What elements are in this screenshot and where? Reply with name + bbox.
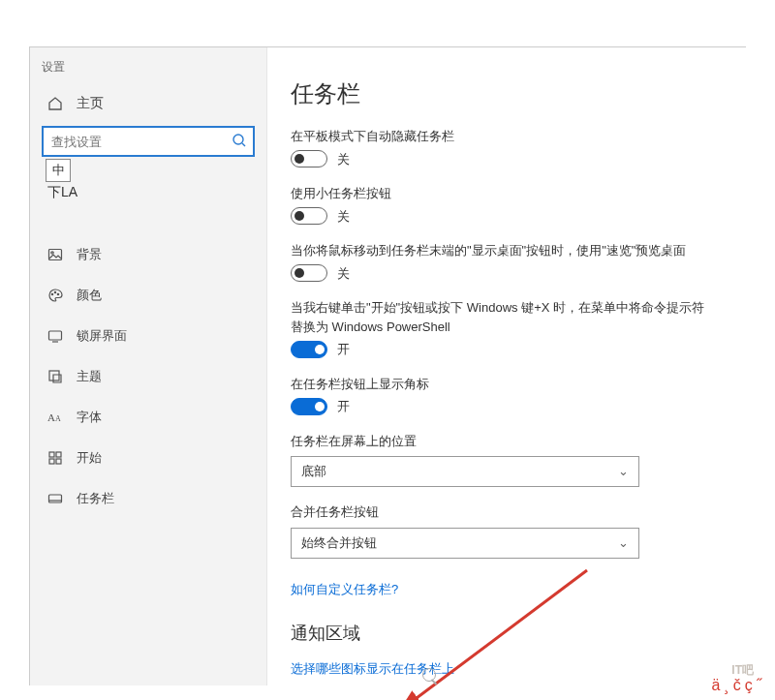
setting-small-buttons: 使用小任务栏按钮 关 [291,184,711,226]
sidebar-item-fonts[interactable]: AA 字体 [30,397,266,438]
svg-text:A: A [47,411,55,423]
sidebar-item-label: 字体 [77,409,102,426]
sidebar-section-trunc: 下LA [47,184,266,201]
palette-icon [47,288,63,303]
dropdown-position[interactable]: 底部 ⌄ [291,456,639,487]
svg-point-4 [54,291,55,292]
start-icon [47,450,63,466]
svg-rect-12 [49,459,54,464]
sidebar-item-themes[interactable]: 主题 [30,356,266,397]
setting-label: 使用小任务栏按钮 [291,184,711,203]
setting-position: 任务栏在屏幕上的位置 底部 ⌄ [291,432,711,488]
search-icon [232,133,247,148]
section-notification-area: 通知区域 [291,622,711,645]
cursor-icon [422,668,436,682]
toggle-state: 开 [337,397,350,416]
search-box[interactable]: 中 [42,126,255,157]
sidebar-item-taskbar[interactable]: 任务栏 [30,478,266,519]
setting-label: 在平板模式下自动隐藏任务栏 [291,127,711,146]
toggle-badges[interactable] [291,398,327,415]
home-icon [47,96,63,111]
sidebar-nav: 背景 颜色 锁屏界面 主题 AA 字体 开始 [30,234,266,519]
toggle-peek-desktop[interactable] [291,264,327,282]
svg-point-2 [51,252,53,254]
svg-point-5 [57,293,58,294]
toggle-small-buttons[interactable] [291,207,327,225]
watermark-right: ä¸čç˝ [711,677,765,694]
home-label: 主页 [77,95,104,112]
svg-rect-7 [49,371,59,380]
sidebar-item-background[interactable]: 背景 [30,234,266,275]
window-title: 设置 [30,55,266,85]
page-title: 任务栏 [291,78,711,109]
theme-icon [47,369,63,384]
setting-autohide-tablet: 在平板模式下自动隐藏任务栏 关 [291,127,711,168]
toggle-state: 关 [337,150,350,169]
sidebar-item-label: 主题 [77,368,102,385]
setting-label: 任务栏在屏幕上的位置 [291,432,711,451]
chevron-down-icon: ⌄ [618,462,629,481]
search-input[interactable] [42,126,255,157]
svg-text:A: A [55,414,61,423]
setting-combine: 合并任务栏按钮 始终合并按钮 ⌄ [291,502,711,559]
svg-point-3 [51,293,52,294]
sidebar-item-label: 背景 [77,246,102,263]
toggle-state: 开 [337,340,350,359]
toggle-autohide-tablet[interactable] [291,150,327,167]
svg-point-0 [233,135,243,144]
sidebar-item-label: 开始 [77,449,102,467]
dropdown-value: 底部 [301,462,326,481]
home-button[interactable]: 主页 [30,85,266,126]
setting-powershell: 当我右键单击"开始"按钮或按下 Windows 键+X 时，在菜单中将命令提示符… [291,298,711,359]
dropdown-value: 始终合并按钮 [301,533,377,553]
taskbar-icon [47,491,63,506]
toggle-powershell[interactable] [291,341,327,358]
svg-rect-13 [56,459,61,464]
font-icon: AA [47,410,63,425]
ime-badge[interactable]: 中 [46,159,71,182]
svg-rect-14 [49,495,62,502]
svg-rect-6 [49,331,62,340]
setting-label: 在任务栏按钮上显示角标 [291,375,711,394]
lockscreen-icon [47,328,63,344]
svg-rect-1 [49,250,62,260]
sidebar-item-lockscreen[interactable]: 锁屏界面 [30,316,266,356]
picture-icon [47,247,63,262]
sidebar-item-label: 任务栏 [77,490,114,507]
svg-rect-11 [56,452,61,457]
sidebar-item-colors[interactable]: 颜色 [30,275,266,316]
sidebar: 设置 主页 中 下LA 背景 颜色 [30,47,267,685]
link-customize-taskbar[interactable]: 如何自定义任务栏? [291,580,398,599]
setting-label: 当我右键单击"开始"按钮或按下 Windows 键+X 时，在菜单中将命令提示符… [291,298,711,336]
toggle-state: 关 [337,264,350,284]
setting-badges: 在任务栏按钮上显示角标 开 [291,375,711,416]
content-pane: 任务栏 在平板模式下自动隐藏任务栏 关 使用小任务栏按钮 关 当你将鼠标移动到任… [267,47,746,685]
setting-label: 合并任务栏按钮 [291,502,711,522]
sidebar-item-start[interactable]: 开始 [30,438,266,478]
sidebar-item-label: 锁屏界面 [77,327,127,345]
setting-label: 当你将鼠标移动到任务栏末端的"显示桌面"按钮时，使用"速览"预览桌面 [291,241,711,260]
dropdown-combine[interactable]: 始终合并按钮 ⌄ [291,528,639,559]
svg-rect-10 [49,452,54,457]
setting-peek-desktop: 当你将鼠标移动到任务栏末端的"显示桌面"按钮时，使用"速览"预览桌面 关 [291,241,711,283]
toggle-state: 关 [337,207,350,227]
chevron-down-icon: ⌄ [618,533,629,553]
sidebar-item-label: 颜色 [77,287,102,304]
